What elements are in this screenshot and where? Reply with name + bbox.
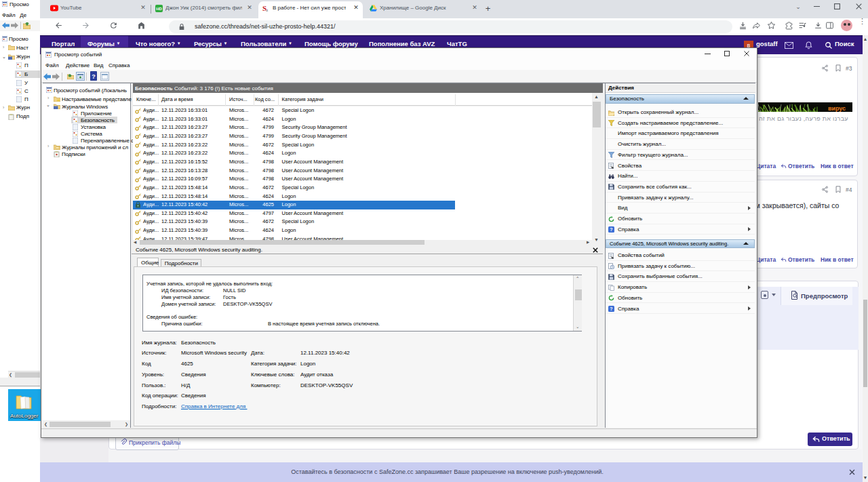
svg-text:?: ? bbox=[610, 306, 612, 311]
svg-text:?: ? bbox=[92, 73, 96, 80]
svg-text:?: ? bbox=[610, 227, 612, 232]
svg-text:HD: HD bbox=[156, 7, 162, 11]
svg-text:вирус: вирус bbox=[828, 104, 846, 111]
svg-text:z: z bbox=[267, 8, 269, 12]
